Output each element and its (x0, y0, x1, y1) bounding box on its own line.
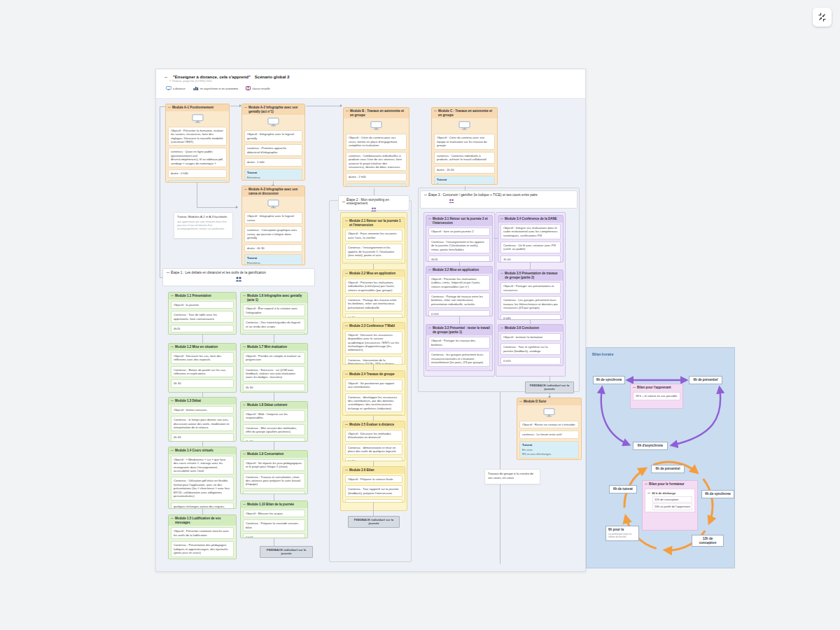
tutorat-note[interactable]: Tutorat, Modules A-2 et A-3 facultatifs … (174, 212, 233, 239)
field-box[interactable]: Objectif : Découvrir les cas, faire des … (171, 352, 234, 364)
field-box[interactable]: Contenus : l'enseignement et les apports… (428, 238, 490, 253)
tutorat-box[interactable]: TutoratEn visioRV et avis d'échanges (519, 441, 579, 458)
app-canvas[interactable]: "Enseigner à distance, cela s'apprend" S… (0, 0, 840, 630)
field-box[interactable]: 0h 45 (171, 433, 234, 441)
module-card-1-1[interactable]: Module 1.1 PrésentationObjectif : la jou… (168, 292, 237, 335)
field-box[interactable]: 0 h45 (500, 314, 561, 320)
tutorat-box[interactable]: TutoratEntretiensRelevé des forums (346, 183, 407, 187)
field-box[interactable]: 0 h15 (428, 310, 490, 316)
field-box[interactable]: 0h 30 (243, 438, 305, 442)
field-box[interactable]: Contenus : Partage des travaux entre les… (345, 296, 402, 312)
module-card-3-2[interactable]: Module 3.2 Mise en applicationObjectif :… (426, 266, 493, 316)
field-box[interactable]: durée : 0h 30 (244, 244, 302, 252)
field-box[interactable]: contenus : Première approche didacticiel… (244, 144, 302, 156)
field-box[interactable]: Contenus : l'enseignement et les apports… (345, 244, 402, 259)
field-box[interactable]: 0 h15 (500, 357, 561, 365)
field-box[interactable]: Objectif : Mesurer les acquis (243, 510, 305, 517)
field-box[interactable]: 0h 45 (428, 369, 490, 371)
field-box[interactable]: contenus : Combinaisons individuelles à … (346, 152, 407, 172)
module-card-2-4[interactable]: Module 2.4 Travaux de groupeObjectif : S… (342, 370, 405, 416)
bilan-horaire-panel[interactable]: Bilan horaire 6h de synchrone 6h de prés… (586, 347, 735, 568)
field-box[interactable]: Objectif : Partager ses présentations et… (500, 282, 561, 294)
bilan-formateur-box[interactable]: Bilan pour le formateur 36 h de décharge… (642, 480, 698, 531)
bilan-node-synchrone-apprenant[interactable]: 6h de synchrone (593, 376, 625, 384)
module-card-3-6[interactable]: Module 3.6 ConclusionObjectif : terminer… (498, 324, 564, 366)
field-box[interactable]: contenus : Quizz en ligne padlet (positi… (168, 148, 227, 167)
field-box[interactable]: Objectif : Préparer la séance finale (345, 475, 402, 483)
module-card-3-5[interactable]: Module 3.5 Présentation de travaux de gr… (498, 270, 564, 320)
field-box[interactable]: durée : 1 h00 (244, 158, 302, 166)
module-card-2-5[interactable]: Module 2.5 Évaluer à distanceObjectif : … (342, 421, 405, 461)
tutorat-box[interactable]: TutoratEntretiens (168, 180, 227, 183)
module-card-1-4[interactable]: Module 1.4 Cours virtuelsObjectif : « Mi… (168, 447, 237, 509)
field-box[interactable]: Contenus : Mini session des méthodes, ef… (243, 424, 305, 436)
field-box[interactable]: 0h15 (171, 325, 234, 332)
field-box[interactable]: Objectif : Présenter les réalisations (v… (428, 275, 490, 290)
module-card-1-5[interactable]: Module 1.5 Ludification de vos messagesO… (168, 514, 237, 559)
field-box[interactable]: durée : 2h 00 (434, 166, 495, 174)
bilan-node-asynchrone-apprenant[interactable]: 6h d'asynchrone (633, 442, 668, 450)
field-box[interactable]: Contenus : développer les ressources des… (345, 393, 402, 413)
field-box[interactable]: Contenus : Travaux et consultation, choi… (243, 473, 305, 489)
field-box[interactable]: Objectif : Faire remonter les ressentis … (345, 230, 402, 241)
field-box[interactable]: Objectif : Infographie avec le logiciel … (244, 130, 302, 142)
field-box[interactable]: quelques échanges autour des risques, ap… (171, 503, 234, 509)
field-box[interactable]: Contenus : Intervention de la Bibliothèq… (345, 356, 402, 365)
module-card-d[interactable]: Module D SuiviObjectif : Rester en conta… (517, 398, 582, 460)
field-box[interactable]: Contenus : Préparer la seconde session, … (243, 519, 305, 531)
field-box[interactable]: Contenus : Utilisation pdf et/ou en flex… (171, 477, 234, 500)
step-banner-3[interactable]: Étape 3 : Concevoir / gamifier (le ludiq… (420, 190, 578, 209)
bilan-node-tutorat[interactable]: 6h de tutorat (609, 485, 637, 493)
field-box[interactable]: 0 h30 (345, 457, 402, 461)
module-card-1-9[interactable]: Module 1.9 ConcertationObjectif : Se rép… (240, 450, 308, 494)
field-box[interactable]: Contenus : Tour rapportif sur la journée… (345, 485, 402, 497)
tutorat-box[interactable]: TutoratEntretiensRelevé des forums (244, 169, 302, 181)
module-card-b[interactable]: Module B : Travaux en autonomie et en gr… (343, 107, 410, 187)
module-card-1-10[interactable]: Module 1.10 Bilan de la journéeObjectif … (240, 500, 308, 538)
bilan-node-coanimation[interactable]: 6h pour la co-animation (suivi et relève… (606, 526, 639, 541)
field-box[interactable]: Contenus : Partage de travaux entre les … (428, 293, 490, 308)
field-box[interactable]: 0h15 (428, 255, 490, 262)
field-box[interactable]: Objectif : Rester en contact et s'entrai… (519, 421, 579, 428)
bilan-node-presentiel-formateur[interactable]: 6h de présentiel (651, 465, 685, 473)
bilan-node-conception[interactable]: 12h de conception (692, 535, 724, 547)
module-card-a2[interactable]: Module A-2 Infographie avec son genially… (241, 104, 305, 181)
module-card-a1[interactable]: Module A-1 PositionnementObjectif : Prés… (165, 104, 230, 183)
field-box[interactable]: Objectif : Créer du contenu avec son équ… (434, 134, 495, 149)
field-box[interactable]: 0 h30 (243, 491, 305, 494)
module-card-3-1[interactable]: Module 3.1 Retour sur la journée 2 et l'… (426, 215, 493, 262)
field-box[interactable]: Contenus : Retour de parole sur les cas,… (171, 366, 234, 378)
field-box[interactable]: Objectif : Découvrir les méthodes d'éval… (345, 430, 402, 442)
module-card-1-2[interactable]: Module 1.2 Mise en situationObjectif : D… (168, 343, 237, 393)
field-box[interactable]: Objectif : la journée (171, 301, 234, 309)
field-box[interactable]: 1h 00 (500, 255, 561, 262)
field-box[interactable]: durée : 2 h00 (346, 173, 407, 181)
fit-to-screen-button[interactable] (813, 8, 832, 27)
tutorat-box[interactable]: TutoratEntretiensRelevé des forums (244, 254, 302, 265)
field-box[interactable]: 0 h15 (243, 533, 305, 538)
field-box[interactable]: Objectif : Web : l'emprise sur les respo… (243, 410, 305, 422)
field-box[interactable]: durée : 0 h30 (168, 169, 227, 177)
tutorat-box[interactable]: TutoratEntretiensRelevé des forums (434, 176, 495, 185)
module-card-2-3[interactable]: Module 2.3 Conférence T'WablObjectif : D… (342, 322, 405, 365)
field-box[interactable]: contenus : Contenus individuels à produi… (434, 152, 495, 164)
module-card-1-7[interactable]: Module 1.7 Mini évaluationObjectif : Pre… (240, 343, 308, 393)
field-box[interactable]: Contenus : les groupes présentent leurs … (428, 351, 490, 366)
module-card-1-3[interactable]: Module 1.3 DébatObjectif : format concou… (168, 397, 237, 442)
feedback-badge-step3[interactable]: FEEDBACK individuel sur la journée (525, 382, 574, 393)
field-box[interactable]: 0h 30 (243, 384, 305, 391)
field-box[interactable]: Objectif : faire un point journée 2 (428, 227, 490, 235)
field-box[interactable]: Objectif : Partager les travaux des binô… (428, 337, 490, 349)
field-box[interactable]: Contenus : Présentation des pédagogies l… (171, 541, 234, 556)
field-box[interactable]: Contenus : Des tutoriels/guides du logic… (243, 318, 305, 330)
field-box[interactable]: Contenus : Tour de table avec les appren… (171, 311, 234, 323)
module-card-1-6[interactable]: Module 1.6 Infographie avec genially (ac… (240, 292, 308, 335)
field-box[interactable]: Objectif : Être exposé à la création ave… (243, 304, 305, 316)
field-box[interactable]: 0h 30 (171, 379, 234, 387)
module-card-2-2[interactable]: Module 2.2 Mise en applicationObjectif :… (342, 270, 405, 318)
field-box[interactable]: Contenus : Les groupes présentent leurs … (500, 296, 561, 312)
module-card-1-8[interactable]: Module 1.8 Débat cohérentObjectif : Web … (240, 401, 308, 442)
field-box[interactable]: 0h10 (345, 499, 402, 503)
group-work-note[interactable]: Travaux de groupe à la croisée de ses co… (484, 469, 540, 484)
field-box[interactable]: Contenus : le temps pour donner son avis… (171, 416, 234, 431)
